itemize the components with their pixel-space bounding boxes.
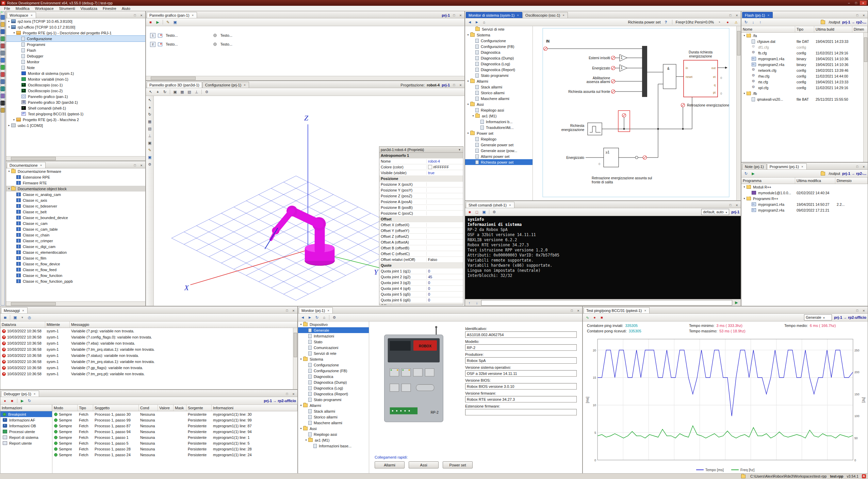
maximize-button[interactable] <box>853 1 859 5</box>
tree-item[interactable]: Configurazione (FB) <box>298 368 369 374</box>
file-row[interactable]: qmakeall-vs20... file BAT 25/11/2021 15:… <box>741 96 868 102</box>
column-header[interactable]: Programma <box>741 178 795 184</box>
close-icon[interactable] <box>862 13 866 17</box>
close-icon[interactable] <box>21 309 25 313</box>
float-icon[interactable] <box>452 83 456 87</box>
tab-debugger[interactable]: Debugger (prj-1) <box>1 391 39 397</box>
grid-toggle-icon[interactable] <box>179 89 185 95</box>
column-header[interactable]: Modo <box>52 405 78 411</box>
close-icon[interactable] <box>643 309 647 313</box>
property-row[interactable]: Quota joint 1 (qj1) 0 <box>379 268 463 274</box>
forward-icon[interactable] <box>307 314 313 320</box>
column-header[interactable]: Informazioni <box>212 405 297 411</box>
tree-item[interactable]: Diagnostica (Dump) <box>298 379 369 385</box>
close-icon[interactable] <box>801 165 804 169</box>
tree-item[interactable]: ▸rp2-loris [TCP/IP 10.0.45.3:8100] <box>6 18 145 24</box>
property-row[interactable]: Offset Y (offsetY) <box>379 228 463 234</box>
file-row[interactable]: myprogram2.r4a binary 19/04/2021 14:10:3… <box>741 62 868 67</box>
file-row[interactable]: cfgsave.dat file DAT 19/04/2021 14:23:33 <box>741 38 868 44</box>
close-icon[interactable] <box>139 163 144 167</box>
quick-link-button[interactable]: Allarmi <box>375 461 405 468</box>
vertical-scrollbar[interactable] <box>736 26 741 200</box>
column-header[interactable]: Messaggio <box>70 321 297 328</box>
tree-item[interactable]: Classe rc_axis <box>6 197 145 203</box>
tree-item[interactable]: ▾Sistema <box>298 356 369 362</box>
close-icon[interactable] <box>562 13 565 17</box>
close-icon[interactable] <box>767 13 770 17</box>
tab-test-pingpong[interactable]: Test ping/pong BCC/31 (pptest-1) <box>584 307 650 313</box>
tab-documentazione[interactable]: Documentazione <box>7 162 46 168</box>
message-row[interactable]: 10/03/2022 10:36:58 sysm-1 Variabile (?.… <box>0 340 297 346</box>
axes-toggle-icon[interactable] <box>193 89 200 95</box>
column-header[interactable]: Soggetto <box>93 405 139 411</box>
horizontal-scrollbar[interactable] <box>6 156 145 161</box>
expand-icon[interactable]: ▾ <box>7 26 11 29</box>
tab-monitor[interactable]: Monitor (prj-1) <box>299 307 333 313</box>
tree-item[interactable]: Configurazione <box>465 38 533 44</box>
message-row[interactable]: 10/03/2022 10:36:58 sysm-1 Variabile (?.… <box>0 365 297 371</box>
camera-icon[interactable] <box>172 89 178 95</box>
close-icon[interactable] <box>33 392 36 396</box>
tree-item[interactable]: Riepilogo <box>465 136 533 142</box>
expand-icon[interactable]: ▾ <box>742 197 746 200</box>
breakpoint-row[interactable]: Sempre Fetch Processo 1, passo 24 Nessun… <box>52 452 297 458</box>
column-header[interactable]: Informazioni <box>0 405 52 411</box>
save-view-icon[interactable] <box>147 154 153 160</box>
message-row[interactable]: 10/03/2022 10:36:58 sysm-1 Variabile (?.… <box>0 359 297 365</box>
menu-item[interactable]: Finestre <box>100 6 119 11</box>
property-row[interactable]: Offset X (offsetX) <box>379 222 463 228</box>
close-icon[interactable] <box>291 308 296 313</box>
graphic-panel-icon[interactable] <box>0 94 5 98</box>
field-value[interactable]: Robox BIOS versione 3.0.10 <box>465 383 577 390</box>
save-icon[interactable] <box>172 19 178 25</box>
file-row[interactable]: ▾/fb <box>741 90 868 96</box>
shell-command-input[interactable] <box>481 300 732 305</box>
column-header[interactable]: Dimensio <box>835 178 868 184</box>
program-row[interactable]: ▾Moduli R++ <box>741 184 868 190</box>
property-row[interactable]: Quota joint 5 (qj5) 0 <box>379 292 463 297</box>
property-row[interactable]: Quota joint 4 (qj4) 0 <box>379 286 463 292</box>
terminal-output[interactable]: sysinfoInformazioni di sistemaRP-2 da Ro… <box>465 216 741 299</box>
float-icon[interactable] <box>133 13 137 17</box>
tree-item[interactable]: Informazioni base... <box>298 443 369 449</box>
tree-item[interactable]: ▸usbc-1 [COM3] <box>6 122 145 128</box>
breakpoint-row[interactable]: Sempre Fetch Processo 1, passo 99 Nessun… <box>52 417 297 423</box>
expand-icon[interactable]: ▾ <box>299 358 303 361</box>
back-icon[interactable] <box>299 314 306 320</box>
tree-item[interactable]: Monitor <box>6 59 145 65</box>
stop-icon[interactable] <box>466 209 473 215</box>
tree-item[interactable]: Stato programmi <box>298 397 369 402</box>
property-row[interactable]: Quota joint 3 (qj3) 0 <box>379 280 463 286</box>
run-command-icon[interactable] <box>733 300 740 306</box>
tree-item[interactable]: Classe rc_flow_feed <box>6 267 145 272</box>
column-header[interactable]: Sorgente <box>186 405 212 411</box>
add-breakpoint-icon[interactable] <box>2 398 8 404</box>
expand-icon[interactable]: ▾ <box>742 92 746 95</box>
breakpoint-row[interactable]: Sempre Fetch Processo 1, passo 28 Nessun… <box>52 446 297 452</box>
play-icon[interactable] <box>154 19 161 25</box>
shell-profile-select[interactable]: default, auto <box>701 209 729 215</box>
tree-item[interactable]: Servizi di rete <box>298 350 369 356</box>
vertical-scrollbar[interactable] <box>293 328 297 389</box>
close-icon[interactable] <box>508 203 512 207</box>
tree-item[interactable]: Stack allarmi <box>465 84 533 90</box>
quick-link-button[interactable]: Power set <box>443 461 473 468</box>
close-icon[interactable] <box>735 203 739 207</box>
tree-item[interactable]: ▾ax1 (M1) <box>465 113 533 119</box>
file-row[interactable]: ▾/fa <box>741 33 868 38</box>
chart-icon[interactable] <box>584 314 591 320</box>
expand-icon[interactable]: ▾ <box>7 187 11 190</box>
property-row[interactable]: Offset <box>379 216 463 222</box>
tree-item[interactable]: ▾Assi <box>465 101 533 107</box>
tree-item[interactable]: Monitor variabili (mon-1) <box>6 76 145 82</box>
tree-item[interactable]: ▾Power set <box>465 130 533 136</box>
save-icon[interactable] <box>481 209 487 215</box>
column-header[interactable]: Valore <box>158 405 174 411</box>
file-row[interactable]: myprogram1.r4a binary 19/04/2021 14:10:3… <box>741 56 868 62</box>
expand-icon[interactable]: ▾ <box>466 132 470 135</box>
column-header[interactable]: Ultima modifica <box>795 178 835 184</box>
tab-note[interactable]: Note (prj-1) <box>742 163 767 169</box>
float-icon[interactable] <box>285 392 289 396</box>
tree-item[interactable]: Storico allarmi <box>465 90 533 96</box>
tree-item[interactable]: Maschere allarmi <box>298 420 369 426</box>
